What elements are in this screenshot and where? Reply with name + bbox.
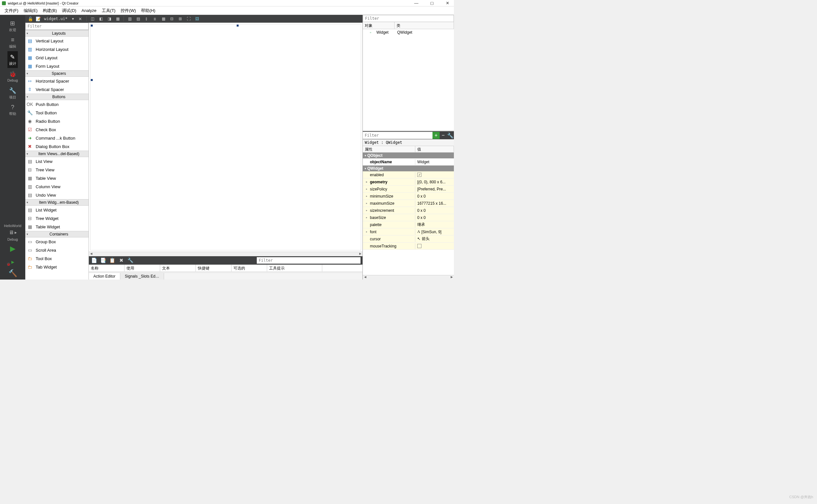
property-row[interactable]: ▸baseSize0 x 0: [363, 214, 454, 221]
widget-category[interactable]: ▾Item Views...del-Based): [25, 151, 88, 157]
widget-item[interactable]: ▦Table View: [25, 174, 88, 182]
widget-item[interactable]: ▦Form Layout: [25, 62, 88, 70]
widgetbox-filter-input[interactable]: [25, 23, 88, 30]
delete-action-button[interactable]: ✖: [118, 257, 124, 264]
add-property-button[interactable]: +: [432, 132, 440, 139]
property-row[interactable]: ▸geometry[(0, 0), 800 x 6...: [363, 178, 454, 186]
mode-项目[interactable]: 🔧项目: [7, 85, 18, 102]
layout-form-button[interactable]: ⊟: [168, 16, 175, 22]
menu-item[interactable]: 工具(T): [99, 6, 118, 15]
widget-category[interactable]: ▾Containers: [25, 231, 88, 237]
property-row[interactable]: cursor↖ 箭头: [363, 235, 454, 243]
widget-item[interactable]: ⊟Tree View: [25, 166, 88, 174]
menu-item[interactable]: 构建(B): [40, 6, 59, 15]
widget-item[interactable]: ⇿Horizontal Spacer: [25, 77, 88, 85]
property-row[interactable]: palette继承: [363, 221, 454, 228]
widget-item[interactable]: ▭Group Box: [25, 237, 88, 246]
checkbox[interactable]: [417, 244, 421, 248]
property-row[interactable]: mouseTracking: [363, 243, 454, 250]
edit-tab-order-button[interactable]: ▦: [114, 16, 121, 22]
property-h-scrollbar[interactable]: ◀ ▶: [363, 275, 454, 280]
edit-signals-button[interactable]: ◧: [97, 16, 104, 22]
widget-item[interactable]: ☑Check Box: [25, 125, 88, 134]
layout-vert-splitter-button[interactable]: ⫼: [151, 16, 158, 22]
scroll-right-icon[interactable]: ▶: [358, 252, 363, 256]
layout-grid-button[interactable]: ▦: [160, 16, 167, 22]
form-canvas[interactable]: [90, 24, 361, 250]
property-row[interactable]: enabled✓: [363, 171, 454, 178]
mode-设计[interactable]: ✎设计: [7, 51, 18, 68]
adjust-size-button[interactable]: ⛶: [185, 16, 192, 22]
class-col-header[interactable]: 类: [395, 22, 454, 29]
resize-handle[interactable]: [91, 25, 93, 27]
remove-property-button[interactable]: −: [440, 132, 447, 139]
action-column-header[interactable]: 工具提示: [267, 265, 322, 271]
property-name-header[interactable]: 属性: [363, 146, 415, 152]
widget-item[interactable]: ✖Dialog Button Box: [25, 142, 88, 151]
widget-item[interactable]: ▤List View: [25, 157, 88, 166]
file-dropdown-icon[interactable]: ▾: [71, 17, 75, 21]
menu-item[interactable]: 编辑(E): [21, 6, 40, 15]
property-group[interactable]: ▾QObject: [363, 153, 454, 158]
widget-category[interactable]: ▾Buttons: [25, 94, 88, 100]
action-column-header[interactable]: 快捷键: [196, 265, 232, 271]
widget-item[interactable]: ▦Table Widget: [25, 223, 88, 231]
edit-widgets-button[interactable]: ◫: [89, 16, 96, 22]
menu-item[interactable]: 调试(D): [59, 6, 79, 15]
build-button[interactable]: 🔨: [6, 267, 19, 280]
resize-handle[interactable]: [237, 25, 239, 27]
run-debug-button[interactable]: ▶🐞: [9, 255, 16, 267]
widget-item[interactable]: ▭Scroll Area: [25, 246, 88, 254]
action-filter-input[interactable]: [257, 257, 361, 264]
mode-Debug[interactable]: 🐞Debug: [7, 68, 18, 85]
scroll-left-icon[interactable]: ◀: [89, 252, 93, 256]
widget-item[interactable]: ⊟Tree Widget: [25, 214, 88, 223]
action-column-header[interactable]: 使用: [124, 265, 160, 271]
widget-category[interactable]: ▾Item Widg...em-Based): [25, 199, 88, 206]
checkbox[interactable]: ✓: [417, 173, 421, 177]
layout-vert-button[interactable]: ▤: [134, 16, 142, 22]
property-group[interactable]: ▾QWidget: [363, 166, 454, 171]
property-row[interactable]: ▸minimumSize0 x 0: [363, 193, 454, 200]
widget-item[interactable]: ▤Undo View: [25, 191, 88, 199]
widget-item[interactable]: ▥Horizontal Layout: [25, 45, 88, 53]
tab-signals-slots[interactable]: Signals _Slots Ed…: [120, 273, 164, 280]
menu-item[interactable]: 控件(W): [118, 6, 138, 15]
mode-欢迎[interactable]: ⊞欢迎: [7, 17, 18, 34]
property-row[interactable]: objectNameWidget: [363, 158, 454, 166]
copy-action-button[interactable]: 📑: [100, 257, 106, 264]
widget-item[interactable]: ◉Radio Button: [25, 117, 88, 125]
property-row[interactable]: ▸sizeIncrement0 x 0: [363, 207, 454, 214]
run-button[interactable]: ▶: [8, 243, 17, 255]
object-filter-input[interactable]: [363, 15, 454, 22]
action-column-header[interactable]: 名称: [89, 265, 124, 271]
break-layout-button[interactable]: ⊞: [177, 16, 184, 22]
object-col-header[interactable]: 对象: [363, 22, 395, 29]
form-widget[interactable]: [92, 26, 238, 134]
widget-category[interactable]: ▾Spacers: [25, 70, 88, 77]
widget-item[interactable]: ➜Command ...k Button: [25, 134, 88, 142]
widget-item[interactable]: 🗀Tool Box: [25, 254, 88, 263]
property-filter-input[interactable]: [363, 132, 432, 139]
widget-item[interactable]: ⇳Vertical Spacer: [25, 85, 88, 94]
object-row[interactable]: ▫WidgetQWidget: [363, 29, 454, 36]
widget-item[interactable]: ▤List Widget: [25, 206, 88, 214]
menu-item[interactable]: 文件(F): [2, 6, 21, 15]
configure-property-button[interactable]: 🔧: [447, 132, 454, 139]
scroll-left-icon[interactable]: ◀: [363, 275, 367, 280]
property-value-header[interactable]: 值: [415, 146, 454, 152]
menu-item[interactable]: 帮助(H): [138, 6, 158, 15]
layout-horiz-button[interactable]: ▥: [126, 16, 133, 22]
action-column-header[interactable]: 可选的: [232, 265, 267, 271]
minimize-button[interactable]: —: [412, 1, 421, 6]
close-file-button[interactable]: ✕: [76, 17, 84, 21]
widget-item[interactable]: OKPush Button: [25, 100, 88, 109]
resize-handle[interactable]: [91, 79, 93, 81]
menu-item[interactable]: Analyze: [79, 7, 99, 14]
widget-item[interactable]: ▤Vertical Layout: [25, 37, 88, 45]
widget-item[interactable]: ▥Column View: [25, 182, 88, 191]
widget-item[interactable]: 🔧Tool Button: [25, 109, 88, 117]
property-row[interactable]: ▸maximumSize16777215 x 16...: [363, 200, 454, 207]
action-column-header[interactable]: 文本: [160, 265, 196, 271]
close-button[interactable]: ✕: [443, 1, 452, 6]
